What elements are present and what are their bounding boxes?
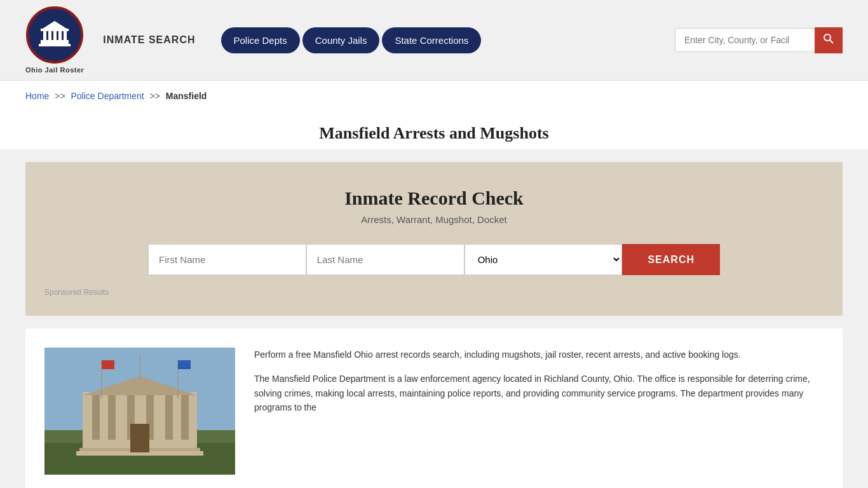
record-check-title: Inmate Record Check	[44, 187, 824, 209]
svg-rect-16	[92, 395, 100, 440]
inmate-search-form: AlabamaAlaskaArizonaArkansasCaliforniaCo…	[148, 244, 720, 275]
header-search-area	[675, 27, 843, 53]
svg-rect-21	[181, 395, 189, 440]
svg-rect-28	[102, 360, 114, 369]
nav-state-corrections[interactable]: State Corrections	[382, 27, 481, 53]
breadcrumb-police-dept[interactable]: Police Department	[71, 91, 144, 101]
svg-rect-2	[43, 30, 46, 41]
svg-rect-1	[39, 44, 71, 46]
content-paragraph-1: Perform a free Mansfield Ohio arrest rec…	[254, 348, 824, 362]
breadcrumb-current: Mansfield	[166, 91, 207, 101]
form-search-button[interactable]: SEARCH	[622, 244, 720, 275]
site-header: Ohio Jail Roster INMATE SEARCH Police De…	[0, 0, 868, 81]
content-text: Perform a free Mansfield Ohio arrest rec…	[254, 348, 824, 475]
svg-rect-29	[178, 360, 191, 369]
breadcrumb-sep1: >>	[55, 91, 65, 101]
svg-rect-6	[64, 30, 67, 41]
breadcrumb: Home >> Police Department >> Mansfield	[0, 81, 868, 111]
header-search-button[interactable]	[815, 27, 843, 53]
svg-rect-8	[41, 29, 69, 31]
content-paragraph-2: The Mansfield Police Department is a law…	[254, 372, 824, 414]
building-image	[44, 348, 235, 475]
sponsored-results-label: Sponsored Results	[44, 288, 824, 297]
svg-rect-24	[130, 424, 149, 452]
breadcrumb-home[interactable]: Home	[25, 91, 49, 101]
building-svg	[44, 348, 235, 475]
nav-police-depts[interactable]: Police Depts	[221, 27, 300, 53]
logo-circle	[26, 6, 83, 64]
svg-rect-4	[53, 30, 57, 41]
svg-point-9	[824, 34, 831, 41]
content-area: Perform a free Mansfield Ohio arrest rec…	[25, 329, 843, 488]
svg-rect-3	[48, 30, 51, 41]
record-check-subtitle: Arrests, Warrant, Mugshot, Docket	[44, 214, 824, 225]
last-name-input[interactable]	[306, 244, 465, 275]
search-icon	[824, 34, 834, 44]
building-img-bg	[44, 348, 235, 475]
first-name-input[interactable]	[148, 244, 306, 275]
inmate-search-label: INMATE SEARCH	[103, 34, 195, 46]
svg-rect-20	[165, 395, 173, 440]
breadcrumb-sep2: >>	[150, 91, 160, 101]
logo-icon	[36, 16, 74, 54]
nav-county-jails[interactable]: County Jails	[302, 27, 380, 53]
svg-line-10	[830, 40, 833, 43]
site-logo-link[interactable]: Ohio Jail Roster	[25, 6, 84, 74]
record-check-box: Inmate Record Check Arrests, Warrant, Mu…	[25, 162, 843, 316]
svg-rect-17	[108, 395, 116, 440]
page-title-area: Mansfield Arrests and Mugshots	[0, 111, 868, 149]
page-title: Mansfield Arrests and Mugshots	[25, 124, 843, 143]
main-nav: Police Depts County Jails State Correcti…	[221, 27, 482, 53]
header-search-input[interactable]	[675, 28, 815, 52]
logo-text: Ohio Jail Roster	[25, 66, 84, 74]
svg-rect-5	[58, 30, 62, 41]
state-select[interactable]: AlabamaAlaskaArizonaArkansasCaliforniaCo…	[465, 244, 623, 275]
svg-marker-7	[41, 21, 69, 30]
